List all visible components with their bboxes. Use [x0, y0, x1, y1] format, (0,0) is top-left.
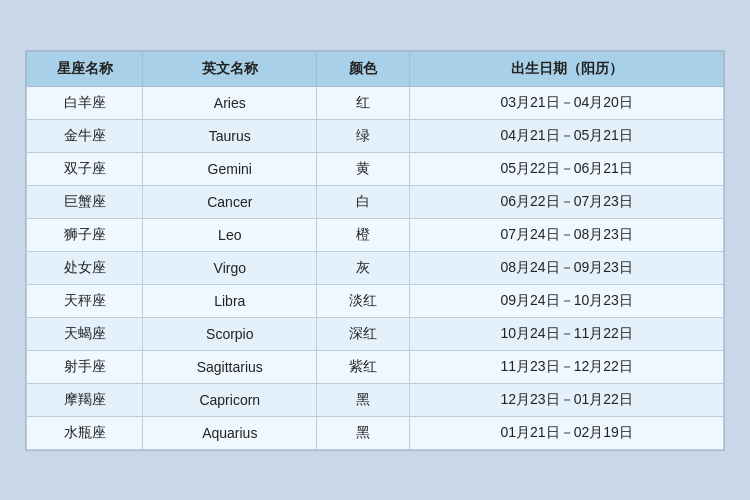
cell-chinese: 巨蟹座: [27, 185, 143, 218]
table-header-row: 星座名称 英文名称 颜色 出生日期（阳历）: [27, 51, 724, 86]
table-row: 水瓶座Aquarius黑01月21日－02月19日: [27, 416, 724, 449]
cell-date: 03月21日－04月20日: [410, 86, 724, 119]
table-row: 处女座Virgo灰08月24日－09月23日: [27, 251, 724, 284]
cell-date: 09月24日－10月23日: [410, 284, 724, 317]
cell-chinese: 射手座: [27, 350, 143, 383]
cell-english: Sagittarius: [143, 350, 317, 383]
table-row: 金牛座Taurus绿04月21日－05月21日: [27, 119, 724, 152]
cell-english: Cancer: [143, 185, 317, 218]
header-chinese: 星座名称: [27, 51, 143, 86]
cell-english: Taurus: [143, 119, 317, 152]
cell-chinese: 天蝎座: [27, 317, 143, 350]
cell-english: Capricorn: [143, 383, 317, 416]
cell-english: Libra: [143, 284, 317, 317]
cell-color: 黑: [317, 416, 410, 449]
header-english: 英文名称: [143, 51, 317, 86]
cell-date: 01月21日－02月19日: [410, 416, 724, 449]
cell-chinese: 狮子座: [27, 218, 143, 251]
table-row: 摩羯座Capricorn黑12月23日－01月22日: [27, 383, 724, 416]
cell-date: 08月24日－09月23日: [410, 251, 724, 284]
cell-date: 12月23日－01月22日: [410, 383, 724, 416]
zodiac-table: 星座名称 英文名称 颜色 出生日期（阳历） 白羊座Aries红03月21日－04…: [26, 51, 724, 450]
cell-date: 04月21日－05月21日: [410, 119, 724, 152]
cell-english: Aquarius: [143, 416, 317, 449]
table-row: 白羊座Aries红03月21日－04月20日: [27, 86, 724, 119]
cell-color: 紫红: [317, 350, 410, 383]
cell-color: 白: [317, 185, 410, 218]
cell-chinese: 白羊座: [27, 86, 143, 119]
cell-color: 黑: [317, 383, 410, 416]
cell-english: Virgo: [143, 251, 317, 284]
table-row: 双子座Gemini黄05月22日－06月21日: [27, 152, 724, 185]
cell-chinese: 处女座: [27, 251, 143, 284]
cell-chinese: 天秤座: [27, 284, 143, 317]
cell-english: Leo: [143, 218, 317, 251]
cell-date: 11月23日－12月22日: [410, 350, 724, 383]
cell-color: 黄: [317, 152, 410, 185]
cell-color: 橙: [317, 218, 410, 251]
cell-color: 灰: [317, 251, 410, 284]
table-body: 白羊座Aries红03月21日－04月20日金牛座Taurus绿04月21日－0…: [27, 86, 724, 449]
zodiac-table-container: 星座名称 英文名称 颜色 出生日期（阳历） 白羊座Aries红03月21日－04…: [25, 50, 725, 451]
table-row: 天蝎座Scorpio深红10月24日－11月22日: [27, 317, 724, 350]
cell-chinese: 双子座: [27, 152, 143, 185]
table-row: 天秤座Libra淡红09月24日－10月23日: [27, 284, 724, 317]
header-color: 颜色: [317, 51, 410, 86]
cell-chinese: 水瓶座: [27, 416, 143, 449]
cell-english: Scorpio: [143, 317, 317, 350]
cell-english: Aries: [143, 86, 317, 119]
cell-date: 06月22日－07月23日: [410, 185, 724, 218]
cell-date: 07月24日－08月23日: [410, 218, 724, 251]
table-row: 射手座Sagittarius紫红11月23日－12月22日: [27, 350, 724, 383]
cell-color: 淡红: [317, 284, 410, 317]
cell-color: 红: [317, 86, 410, 119]
cell-color: 绿: [317, 119, 410, 152]
cell-chinese: 摩羯座: [27, 383, 143, 416]
cell-date: 10月24日－11月22日: [410, 317, 724, 350]
cell-date: 05月22日－06月21日: [410, 152, 724, 185]
cell-chinese: 金牛座: [27, 119, 143, 152]
cell-color: 深红: [317, 317, 410, 350]
header-date: 出生日期（阳历）: [410, 51, 724, 86]
table-row: 狮子座Leo橙07月24日－08月23日: [27, 218, 724, 251]
cell-english: Gemini: [143, 152, 317, 185]
table-row: 巨蟹座Cancer白06月22日－07月23日: [27, 185, 724, 218]
